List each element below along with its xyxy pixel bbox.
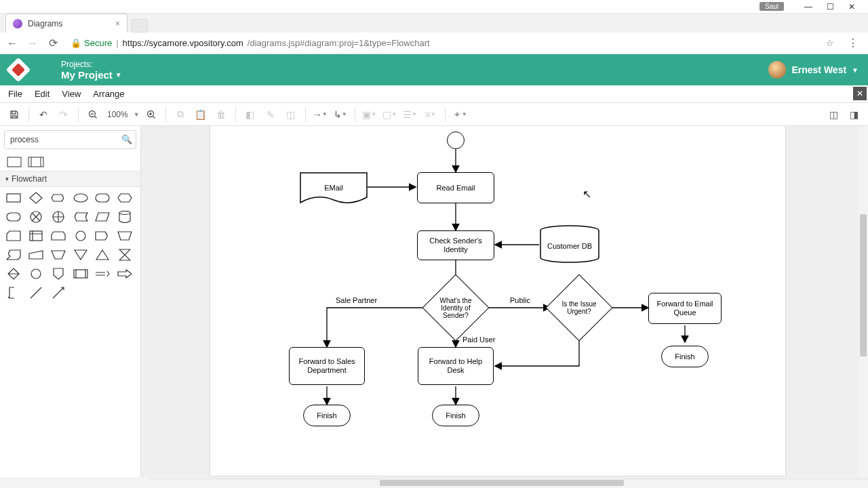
panel-close-button[interactable]: ✕ (853, 87, 867, 100)
shape-arrow[interactable] (117, 267, 133, 281)
shape-merge[interactable] (73, 248, 89, 262)
shape-rectangle[interactable] (5, 191, 22, 205)
diagram-canvas[interactable]: EMail Read Email Check Sender's Identity… (210, 126, 785, 476)
zoom-in-icon[interactable] (142, 106, 160, 123)
node-customer-db[interactable]: Customer DB (539, 225, 600, 263)
menu-edit[interactable]: Edit (35, 89, 50, 99)
shape-collate[interactable] (117, 248, 133, 262)
user-menu[interactable]: Ernest West ▼ (768, 61, 859, 79)
nav-back-icon[interactable]: ← (5, 37, 19, 49)
scrollbar-thumb[interactable] (380, 480, 624, 486)
canvas-area[interactable]: EMail Read Email Check Sender's Identity… (141, 126, 868, 477)
shape-extract[interactable] (94, 248, 111, 262)
node-email-document[interactable]: EMail (300, 172, 368, 203)
shape-manual-input[interactable] (28, 248, 44, 262)
outline-panel-toggle-icon[interactable]: ◨ (845, 106, 863, 123)
browser-tab[interactable]: Diagrams × (5, 14, 127, 33)
shape-trapezoid-down[interactable] (50, 248, 66, 262)
tab-close-icon[interactable]: × (115, 19, 120, 28)
shape-decision[interactable] (28, 191, 44, 205)
shape-predefined-process[interactable] (28, 156, 43, 168)
shape-display[interactable] (50, 191, 66, 205)
search-icon[interactable]: 🔍 (121, 134, 132, 144)
scrollbar-thumb[interactable] (860, 214, 867, 357)
align-icon[interactable]: ☰ ▼ (401, 106, 419, 123)
vertical-scrollbar[interactable] (859, 126, 868, 477)
shape-tape[interactable] (5, 248, 22, 262)
shape-offpage[interactable] (50, 267, 66, 281)
redo-icon[interactable]: ↷ (55, 106, 73, 123)
nav-forward-icon[interactable]: → (26, 37, 39, 49)
zoom-level[interactable]: 100% (104, 110, 131, 119)
shape-sort[interactable] (5, 267, 22, 281)
shape-transfer[interactable] (94, 267, 111, 281)
window-minimize-button[interactable]: — (797, 0, 819, 14)
line-color-icon[interactable]: ✎ (262, 106, 279, 123)
menu-view[interactable]: View (62, 89, 81, 99)
url-field[interactable]: 🔒 Secure | https://sycamore.vpository.co… (66, 35, 837, 52)
node-forward-email-queue[interactable]: Forward to Email Queue (648, 293, 722, 324)
shape-or[interactable] (50, 210, 66, 224)
fill-color-icon[interactable]: ◧ (241, 106, 259, 123)
node-forward-sales[interactable]: Forward to Sales Department (289, 347, 365, 385)
shape-connector[interactable] (73, 229, 89, 243)
chevron-down-icon[interactable]: ▼ (134, 111, 140, 118)
project-selector[interactable]: Projects: My Project ▼ (61, 60, 122, 81)
node-finish-1[interactable]: Finish (303, 405, 351, 426)
shape-stadium[interactable] (5, 210, 22, 224)
shape-arrow-line[interactable] (50, 286, 66, 300)
menu-file[interactable]: File (8, 89, 22, 99)
shape-internal-storage[interactable] (28, 229, 44, 243)
category-header-flowchart[interactable]: ▾ Flowchart (0, 171, 140, 187)
shape-summing[interactable] (28, 210, 44, 224)
insert-icon[interactable]: ＋ ▼ (451, 106, 469, 123)
node-check-identity[interactable]: Check Sender's Identity (417, 230, 494, 260)
app-logo-icon[interactable] (6, 58, 31, 83)
format-panel-toggle-icon[interactable]: ◫ (825, 106, 842, 123)
edge-label-public[interactable]: Public (510, 296, 530, 304)
node-decision-urgent[interactable]: Is the Issue Urgent? (555, 284, 603, 331)
shape-preparation[interactable] (117, 191, 133, 205)
shape-ellipse[interactable] (73, 191, 89, 205)
to-front-icon[interactable]: ▣ ▼ (361, 106, 378, 123)
shape-subprocess[interactable] (73, 267, 89, 281)
edge-label-sale-partner[interactable]: Sale Partner (336, 296, 377, 304)
paste-icon[interactable]: 📋 (192, 106, 210, 123)
shape-search-input[interactable] (4, 130, 136, 149)
distribute-icon[interactable]: ≡ ▼ (422, 106, 439, 123)
node-forward-help-desk[interactable]: Forward to Help Desk (418, 347, 494, 385)
shape-loop-limit[interactable] (50, 229, 66, 243)
waypoint-style-icon[interactable]: ↳ ▼ (332, 106, 349, 123)
shape-annotation[interactable] (5, 286, 22, 300)
node-finish-2[interactable]: Finish (432, 405, 479, 426)
copy-icon[interactable]: ⧉ (172, 106, 189, 123)
shape-delay[interactable] (94, 229, 111, 243)
shape-terminator[interactable] (94, 191, 111, 205)
new-tab-button[interactable] (132, 19, 148, 33)
menu-arrange[interactable]: Arrange (93, 89, 124, 99)
edge-label-paid-user[interactable]: Paid User (462, 336, 495, 344)
zoom-out-icon[interactable] (84, 106, 102, 123)
nav-reload-icon[interactable]: ⟳ (46, 37, 60, 49)
undo-icon[interactable]: ↶ (35, 106, 52, 123)
connection-style-icon[interactable]: → ▼ (311, 106, 329, 123)
bookmark-star-icon[interactable]: ☆ (826, 38, 837, 48)
to-back-icon[interactable]: ▢ ▼ (381, 106, 399, 123)
shape-manual-operation[interactable] (117, 229, 133, 243)
node-finish-3[interactable]: Finish (661, 346, 709, 367)
shape-line[interactable] (28, 286, 44, 300)
window-close-button[interactable]: ✕ (841, 0, 863, 14)
node-decision-identity[interactable]: What's the Identity of Sender? (432, 284, 479, 331)
shape-stored-data[interactable] (73, 210, 89, 224)
shape-data[interactable] (94, 210, 111, 224)
shape-database[interactable] (117, 210, 133, 224)
save-icon[interactable] (5, 106, 23, 123)
shape-process[interactable] (7, 156, 22, 168)
window-maximize-button[interactable]: ☐ (819, 0, 841, 14)
horizontal-scrollbar[interactable] (149, 479, 868, 487)
shadow-icon[interactable]: ◫ (282, 106, 300, 123)
shape-card[interactable] (5, 229, 22, 243)
browser-menu-icon[interactable]: ⋮ (844, 37, 863, 49)
node-start[interactable] (447, 131, 465, 149)
node-read-email[interactable]: Read Email (417, 172, 494, 203)
